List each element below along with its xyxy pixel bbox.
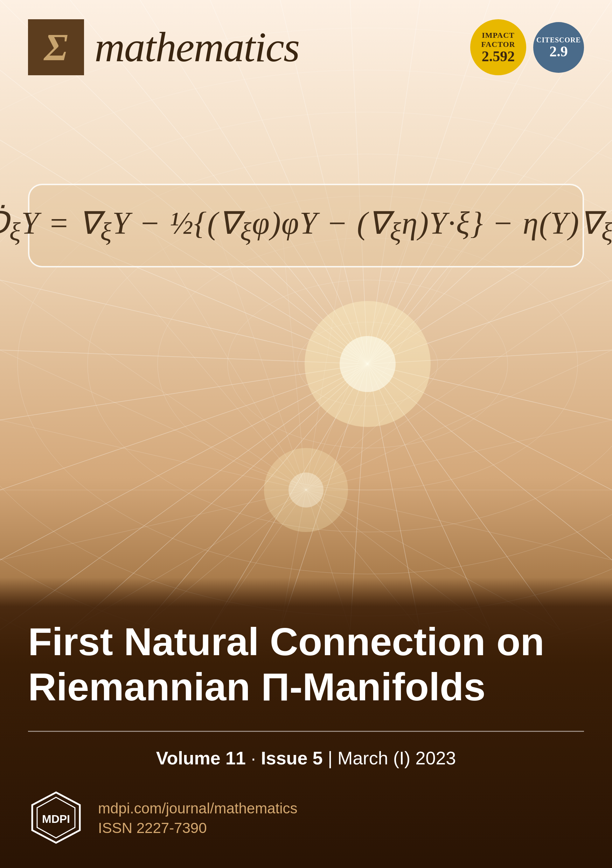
separator: · bbox=[251, 748, 261, 768]
footer-url: mdpi.com/journal/mathematics bbox=[98, 800, 298, 817]
qualifier: (I) bbox=[393, 748, 410, 768]
issue-label: Issue 5 bbox=[261, 748, 323, 768]
header: Σ mathematics IMPACT FACTOR 2.592 CITESC… bbox=[0, 0, 612, 86]
badges-area: IMPACT FACTOR 2.592 CITESCORE 2.9 bbox=[470, 19, 584, 75]
article-title: First Natural Connection on Riemannian Π… bbox=[28, 620, 584, 710]
citescore-value: 2.9 bbox=[549, 44, 568, 59]
formula-container: ḊξY = ∇ξY − ½{(∇ξφ)φY − (∇ξη)Y·ξ} − η(Y)… bbox=[28, 184, 584, 267]
pipe-separator: | bbox=[328, 748, 337, 768]
impact-factor-badge: IMPACT FACTOR 2.592 bbox=[470, 19, 526, 75]
svg-text:MDPI: MDPI bbox=[42, 813, 70, 825]
volume-issue-line: Volume 11 · Issue 5 | March (I) 2023 bbox=[28, 748, 584, 769]
mdpi-hexagon-svg: MDPI bbox=[28, 790, 84, 846]
mdpi-logo: MDPI bbox=[28, 790, 84, 847]
footer-issn: ISSN 2227-7390 bbox=[98, 820, 298, 837]
volume-label: Volume 11 bbox=[156, 748, 246, 768]
citescore-badge: CITESCORE 2.9 bbox=[533, 22, 584, 73]
sigma-symbol: Σ bbox=[44, 28, 68, 67]
footer-text: mdpi.com/journal/mathematics ISSN 2227-7… bbox=[98, 800, 298, 837]
sigma-logo-box: Σ bbox=[28, 19, 84, 75]
year: 2023 bbox=[416, 748, 456, 768]
formula-box: ḊξY = ∇ξY − ½{(∇ξφ)φY − (∇ξη)Y·ξ} − η(Y)… bbox=[28, 184, 584, 267]
bottom-section: First Natural Connection on Riemannian Π… bbox=[0, 578, 612, 868]
citescore-label: CITESCORE bbox=[536, 36, 581, 44]
logo-area: Σ mathematics bbox=[28, 19, 299, 75]
impact-factor-value: 2.592 bbox=[482, 49, 515, 64]
formula-text: ḊξY = ∇ξY − ½{(∇ξφ)φY − (∇ξη)Y·ξ} − η(Y)… bbox=[0, 205, 612, 247]
journal-cover: Σ mathematics IMPACT FACTOR 2.592 CITESC… bbox=[0, 0, 612, 868]
journal-title: mathematics bbox=[95, 23, 299, 71]
month-label: March bbox=[337, 748, 388, 768]
impact-factor-label: IMPACT FACTOR bbox=[482, 31, 516, 50]
footer-bar: MDPI mdpi.com/journal/mathematics ISSN 2… bbox=[28, 790, 584, 847]
divider bbox=[28, 731, 584, 732]
